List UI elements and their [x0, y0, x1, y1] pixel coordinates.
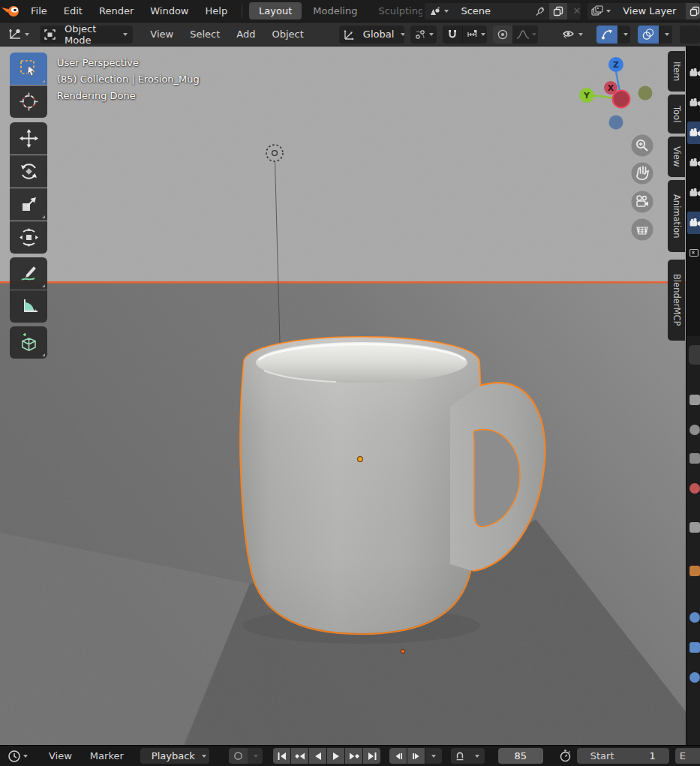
menu-render[interactable]: Render — [91, 0, 142, 23]
tool-annotate[interactable] — [10, 257, 47, 290]
view-layer-name[interactable]: View Layer — [617, 5, 686, 17]
outliner-camera-toggle[interactable] — [687, 62, 700, 84]
show-gizmo-toggle[interactable] — [596, 26, 617, 44]
pivot-point-dropdown[interactable] — [410, 26, 437, 44]
active-keying-set-button[interactable] — [451, 748, 469, 764]
play-button[interactable] — [327, 748, 344, 764]
subtool-indicator — [42, 215, 45, 218]
step-forward-button[interactable] — [407, 748, 425, 764]
end-frame-field-partial[interactable]: E — [675, 748, 700, 764]
scene-browse-button[interactable] — [425, 3, 455, 20]
step-back-button[interactable] — [389, 748, 407, 764]
new-view-layer-button[interactable] — [686, 3, 700, 20]
menu-object[interactable]: Object — [263, 29, 311, 40]
start-frame-field[interactable]: Start 1 — [577, 748, 669, 764]
prop-tab-tool-icon[interactable] — [689, 395, 700, 405]
auto-keying-toggle[interactable] — [229, 748, 247, 764]
transform-orientation-dropdown[interactable]: Global — [339, 26, 404, 44]
outliner-camera-toggle-selected[interactable] — [687, 212, 700, 234]
sidebar-tab-view[interactable]: View — [668, 137, 685, 177]
new-scene-button[interactable] — [549, 3, 567, 20]
workspace-tab-modeling[interactable]: Modeling — [303, 2, 367, 20]
tool-select-box[interactable] — [10, 53, 47, 85]
editor-type-button[interactable] — [0, 23, 35, 46]
menu-window[interactable]: Window — [142, 0, 197, 23]
menu-file[interactable]: File — [23, 0, 56, 23]
mode-label: Object Mode — [60, 26, 121, 44]
prop-tab-constraints-icon[interactable] — [689, 672, 700, 683]
workspace-tab-sculpting[interactable]: Sculpting — [368, 2, 422, 20]
sidebar-tab-blendermcp[interactable]: BlenderMCP — [668, 260, 685, 341]
timeline-menu-view[interactable]: View — [40, 750, 81, 761]
tool-rotate[interactable] — [10, 155, 47, 188]
menu-view[interactable]: View — [142, 29, 182, 40]
outliner-camera-toggle[interactable] — [687, 92, 700, 114]
menu-select[interactable]: Select — [182, 29, 228, 40]
overlays-settings-dropdown[interactable] — [659, 26, 671, 44]
visibility-dropdown[interactable] — [557, 23, 589, 46]
prop-tab-modifiers-icon[interactable] — [689, 612, 700, 623]
menu-help[interactable]: Help — [197, 0, 236, 23]
play-reverse-button[interactable] — [309, 748, 326, 764]
jump-to-end-button[interactable] — [363, 748, 380, 764]
tool-cursor[interactable] — [10, 86, 47, 118]
timeline-editor-type-button[interactable] — [0, 746, 34, 766]
gizmos-group — [596, 26, 630, 44]
jump-to-start-button[interactable] — [273, 748, 290, 764]
timeline-menu-playback[interactable]: Playback — [140, 748, 209, 764]
sidebar-tab-item[interactable]: Item — [668, 51, 685, 92]
tool-scale[interactable] — [10, 188, 47, 221]
outliner-exclude-toggle[interactable] — [687, 242, 700, 264]
show-overlays-toggle[interactable] — [638, 26, 659, 44]
outliner-camera-toggle-selected[interactable] — [687, 122, 700, 144]
scene-name[interactable]: Scene — [455, 5, 531, 17]
step-options-dropdown[interactable] — [425, 748, 442, 764]
prop-tab-output-icon[interactable] — [689, 453, 700, 464]
axis-x-neg-ball[interactable] — [613, 91, 630, 108]
sidebar-tab-animation[interactable]: Animation — [668, 180, 685, 252]
outliner-camera-toggle[interactable] — [687, 182, 700, 204]
mode-dropdown[interactable]: Object Mode — [40, 26, 133, 44]
timeline-menu-marker[interactable]: Marker — [81, 750, 133, 761]
axis-y-neg-ball[interactable] — [638, 86, 653, 101]
tool-move[interactable] — [10, 122, 47, 155]
nav-orthographic-button[interactable] — [632, 219, 653, 241]
pin-scene-button[interactable] — [531, 3, 549, 20]
proportional-edit-toggle[interactable] — [493, 26, 512, 44]
keying-set-dropdown[interactable] — [248, 748, 263, 764]
timeline-bar: View Marker Playback — [0, 745, 700, 766]
viewport-3d[interactable]: Z Y X — [0, 47, 700, 745]
proportional-falloff-dropdown[interactable] — [512, 26, 538, 44]
menu-edit[interactable]: Edit — [56, 0, 91, 23]
nav-camera-button[interactable] — [632, 191, 653, 213]
unlink-scene-button[interactable]: ✕ — [567, 5, 581, 17]
tool-transform[interactable] — [10, 221, 47, 254]
sidebar-tab-tool[interactable]: Tool — [668, 95, 685, 134]
prop-tab-world-icon[interactable] — [689, 483, 700, 494]
view-layer-browse-button[interactable] — [587, 3, 617, 20]
jump-prev-keyframe-button[interactable] — [291, 748, 308, 764]
snap-toggle-button[interactable] — [443, 26, 462, 44]
blender-logo-icon[interactable] — [0, 3, 23, 20]
tool-add-cube[interactable] — [10, 326, 47, 359]
tool-measure[interactable] — [10, 290, 47, 323]
nav-pan-button[interactable] — [632, 163, 653, 185]
prop-tab-scene-icon[interactable] — [689, 522, 700, 533]
keying-dropdown[interactable] — [470, 748, 485, 764]
shading-buttons-partial[interactable] — [680, 26, 700, 44]
snap-increment-icon — [467, 29, 479, 40]
prop-tab-physics-icon[interactable] — [689, 642, 700, 653]
menu-add[interactable]: Add — [228, 29, 263, 40]
gizmo-settings-dropdown[interactable] — [617, 26, 630, 44]
snap-settings-dropdown[interactable] — [462, 26, 487, 44]
prop-tab-object-icon[interactable] — [689, 566, 700, 576]
nav-zoom-button[interactable] — [632, 135, 653, 157]
current-frame-field[interactable]: 85 — [498, 748, 543, 764]
outliner-camera-toggle[interactable] — [687, 152, 700, 174]
workspace-tab-layout[interactable]: Layout — [249, 2, 302, 20]
keying-popover-group — [451, 748, 484, 764]
jump-next-keyframe-button[interactable] — [345, 748, 362, 764]
axis-z-neg-ball[interactable] — [609, 116, 623, 130]
prop-tab-render-icon[interactable] — [689, 425, 700, 435]
properties-filter-button[interactable] — [689, 345, 700, 365]
